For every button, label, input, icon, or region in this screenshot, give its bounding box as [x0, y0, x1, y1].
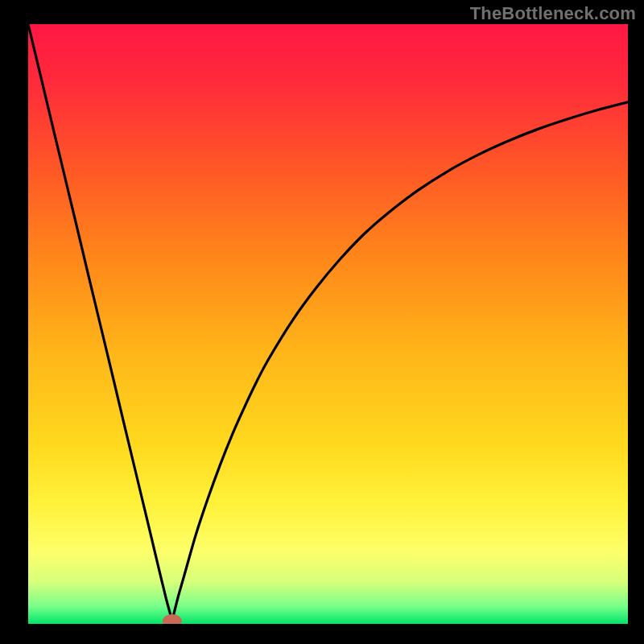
bottleneck-chart [0, 0, 644, 644]
minimum-marker [163, 614, 182, 627]
chart-container: { "attribution": "TheBottleneck.com", "c… [0, 0, 644, 644]
attribution-text: TheBottleneck.com [470, 3, 636, 24]
gradient-background [28, 24, 628, 624]
